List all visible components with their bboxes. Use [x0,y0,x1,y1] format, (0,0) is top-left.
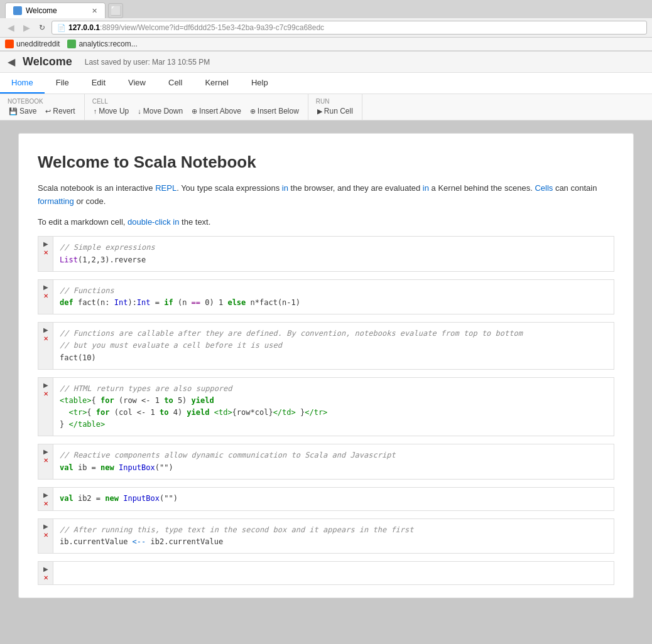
cell-1-code[interactable]: // Simple expressions List(1,2,3).revers… [53,237,614,271]
back-button[interactable]: ◀ [5,21,17,34]
cell-5-code[interactable]: // Reactive components allow dynamic com… [53,444,614,478]
cell-7-delete-button[interactable]: ✕ [43,532,49,539]
in3-link[interactable]: in [173,217,179,227]
insert-below-button[interactable]: ⊕ Insert Below [246,105,303,117]
intro-paragraph2: To edit a markdown cell, double-click in… [38,216,614,229]
move-down-button[interactable]: ↓ Move Down [134,105,187,117]
browser-tabs: Welcome ✕ ⬜ [0,0,652,18]
menu-edit[interactable]: Edit [80,73,117,94]
insert-above-label: Insert Above [199,107,241,115]
insert-above-button[interactable]: ⊕ Insert Above [188,105,245,117]
insert-below-icon: ⊕ [250,107,256,115]
cell-8-run-button[interactable]: ▶ [43,566,49,573]
cell-7-run-button[interactable]: ▶ [43,523,49,530]
cell-1-run-button[interactable]: ▶ [43,240,49,248]
in-link[interactable]: in [282,183,288,193]
cell-1-controls: ▶ ✕ [38,237,53,271]
run-cell-button[interactable]: ▶ Run Cell [313,105,357,117]
intro-title: Welcome to Scala Notebook [38,153,614,172]
browser-chrome: Welcome ✕ ⬜ ◀ ▶ ↻ 📄 127.0.0.1:8899/view/… [0,0,652,51]
new-tab-button[interactable]: ⬜ [108,3,123,18]
cell-6-code[interactable]: val ib2 = new InputBox("") [53,488,614,510]
menu-cell[interactable]: Cell [157,73,193,94]
toolbar-notebook-group: 💾 Save ↩ Revert [5,105,79,117]
address-bar[interactable]: 📄 127.0.0.1:8899/view/Welcome?id=df6ddd2… [52,21,647,35]
run-icon: ▶ [317,107,322,115]
toolbar-cell-section: CELL ↑ Move Up ↓ Move Down ⊕ Insert Abov… [85,94,308,120]
cell-2-code[interactable]: // Functions def fact(n: Int):Int = if (… [53,280,614,314]
cell-4-code[interactable]: // HTML return types are also suppored <… [53,378,614,436]
menu-home[interactable]: Home [0,73,45,94]
cell-6: ▶ ✕ val ib2 = new InputBox("") [38,487,614,511]
browser-tab-welcome[interactable]: Welcome ✕ [5,3,106,18]
save-icon: 💾 [9,107,18,115]
repl-link[interactable]: REPL [155,183,177,193]
cell-2-controls: ▶ ✕ [38,280,53,314]
uneddit-icon [5,40,14,48]
revert-button[interactable]: ↩ Revert [41,105,79,117]
cell-4: ▶ ✕ // HTML return types are also suppor… [38,377,614,437]
cell-8-code[interactable] [53,562,614,584]
cell-4-run-button[interactable]: ▶ [43,382,49,389]
forward-button[interactable]: ▶ [21,21,33,34]
cell-4-delete-button[interactable]: ✕ [43,390,49,398]
cell-1: ▶ ✕ // Simple expressions List(1,2,3).re… [38,236,614,271]
notebook-back-button[interactable]: ◀ [8,56,15,68]
cell-7: ▶ ✕ // After running this, type text in … [38,518,614,554]
cell-7-code[interactable]: // After running this, type text in the … [53,519,614,553]
revert-icon: ↩ [45,107,51,115]
save-button[interactable]: 💾 Save [5,105,40,117]
menu-view[interactable]: View [117,73,157,94]
cell-3-code[interactable]: // Functions are callable after they are… [53,323,614,369]
move-up-icon: ↑ [94,107,97,115]
reload-button[interactable]: ↻ [36,22,48,33]
tab-close-button[interactable]: ✕ [92,7,97,15]
cell-3-run-button[interactable]: ▶ [43,326,49,334]
toolbar-cell-inner: CELL ↑ Move Up ↓ Move Down ⊕ Insert Abov… [90,97,303,117]
double-click-link[interactable]: double-click [128,217,171,227]
cell-8: ▶ ✕ [38,561,614,585]
run-section-label: RUN [313,97,357,105]
cell-5-run-button[interactable]: ▶ [43,448,49,456]
cell-2-delete-button[interactable]: ✕ [43,292,49,300]
bookmark-uneddit[interactable]: unedditreddit [5,40,60,48]
cell-1-delete-button[interactable]: ✕ [43,249,49,257]
cell-8-controls: ▶ ✕ [38,562,53,584]
toolbar-notebook-inner: NOTEBOOK 💾 Save ↩ Revert [5,97,79,117]
save-label: Save [19,107,36,115]
run-cell-label: Run Cell [324,107,353,115]
cell-7-controls: ▶ ✕ [38,519,53,553]
cell-6-run-button[interactable]: ▶ [43,491,49,499]
menu-kernel[interactable]: Kernel [193,73,240,94]
main-content: Welcome to Scala Notebook Scala notebook… [0,121,652,611]
bookmark-analytics-label: analytics:recom... [79,40,137,48]
cell-3-controls: ▶ ✕ [38,323,53,369]
intro-paragraph1: Scala notebook is an interactive REPL. Y… [38,182,614,208]
cell-8-delete-button[interactable]: ✕ [43,574,49,582]
browser-nav-bar: ◀ ▶ ↻ 📄 127.0.0.1:8899/view/Welcome?id=d… [0,18,652,38]
cell-3-delete-button[interactable]: ✕ [43,335,49,343]
menu-help[interactable]: Help [240,73,280,94]
cell-6-delete-button[interactable]: ✕ [43,500,49,508]
notebook-section-label: NOTEBOOK [5,97,79,105]
analytics-icon [67,40,76,48]
cell-6-controls: ▶ ✕ [38,488,53,510]
toolbar: NOTEBOOK 💾 Save ↩ Revert CELL ↑ Move Up [0,94,652,121]
notebook-title: Welcome [23,55,72,68]
menu-file[interactable]: File [45,73,80,94]
bookmark-analytics[interactable]: analytics:recom... [67,40,137,48]
move-up-button[interactable]: ↑ Move Up [90,105,133,117]
cell-5-delete-button[interactable]: ✕ [43,457,49,464]
in2-link[interactable]: in [423,183,429,193]
cell-3: ▶ ✕ // Functions are callable after they… [38,322,614,370]
toolbar-run-group: ▶ Run Cell [313,105,357,117]
cell-section-label: CELL [90,97,303,105]
cell-2-run-button[interactable]: ▶ [43,284,49,291]
move-up-label: Move Up [99,107,129,115]
cells-link[interactable]: Cells [535,183,553,193]
new-tab-icon: ⬜ [111,6,121,16]
bookmark-uneddit-label: unedditreddit [16,40,60,48]
move-down-label: Move Down [143,107,183,115]
formatting-link[interactable]: formatting [38,196,74,206]
cell-4-controls: ▶ ✕ [38,378,53,436]
